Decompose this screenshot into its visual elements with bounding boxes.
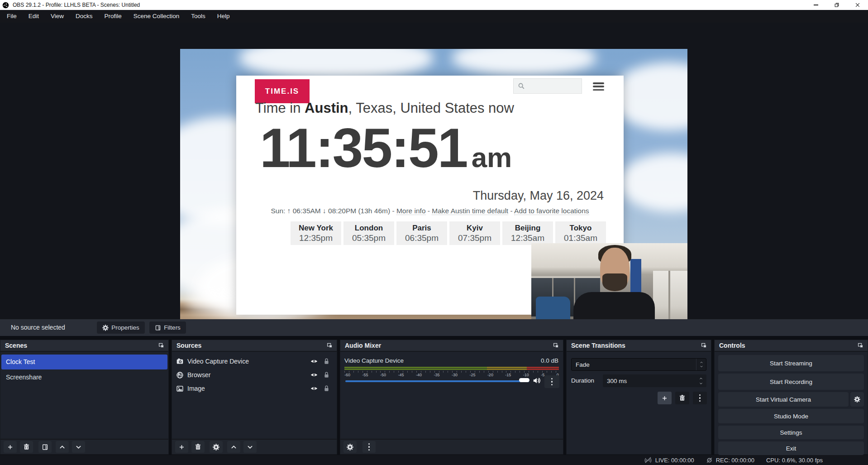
make-default-link: Make Austin time default bbox=[432, 207, 508, 215]
clock-ampm: am bbox=[472, 141, 512, 173]
remove-source-button[interactable] bbox=[191, 441, 205, 453]
audio-mixer-panel: Audio Mixer Video Capture Device 0.0 dB … bbox=[340, 340, 563, 455]
menu-edit[interactable]: Edit bbox=[23, 10, 45, 23]
sources-panel: Sources Video Capture Device Browser Ima… bbox=[172, 340, 337, 455]
start-streaming-button[interactable]: Start Streaming bbox=[718, 355, 864, 371]
globe-icon bbox=[176, 371, 184, 379]
visibility-eye-icon[interactable] bbox=[310, 385, 318, 392]
source-item-video-capture[interactable]: Video Capture Device bbox=[172, 355, 337, 368]
popout-icon[interactable] bbox=[158, 342, 165, 349]
menu-bar: File Edit View Docks Profile Scene Colle… bbox=[0, 10, 868, 23]
popout-icon[interactable] bbox=[857, 342, 864, 349]
search-icon bbox=[517, 82, 525, 90]
scene-item-clock-test[interactable]: Clock Test bbox=[1, 355, 167, 369]
duration-spinbox[interactable]: 300 ms bbox=[603, 374, 706, 387]
lock-icon[interactable] bbox=[323, 358, 330, 365]
scenes-panel-header[interactable]: Scenes bbox=[0, 340, 168, 352]
menu-docks[interactable]: Docks bbox=[70, 10, 99, 23]
add-source-button[interactable] bbox=[175, 441, 188, 453]
scene-up-button[interactable] bbox=[56, 441, 69, 453]
add-transition-button[interactable] bbox=[658, 392, 672, 404]
lock-icon[interactable] bbox=[323, 371, 330, 379]
db-tick-label: -25 bbox=[469, 373, 475, 377]
speaker-icon[interactable] bbox=[532, 376, 541, 385]
volume-meter bbox=[344, 367, 559, 370]
volume-slider[interactable] bbox=[345, 380, 529, 382]
studio-mode-button[interactable]: Studio Mode bbox=[718, 409, 864, 423]
popout-icon[interactable] bbox=[701, 342, 707, 349]
source-item-image[interactable]: Image bbox=[172, 382, 337, 395]
obs-logo-icon bbox=[2, 2, 9, 9]
menu-tools[interactable]: Tools bbox=[185, 10, 211, 23]
db-tick-label: -15 bbox=[505, 373, 511, 377]
settings-button[interactable]: Settings bbox=[718, 426, 864, 439]
world-clock-row: New York12:35pm London05:35pm Paris06:35… bbox=[291, 221, 606, 245]
menu-profile[interactable]: Profile bbox=[99, 10, 128, 23]
mixer-options-button[interactable] bbox=[544, 375, 559, 388]
volume-slider-handle[interactable] bbox=[519, 378, 529, 382]
menu-scene-collection[interactable]: Scene Collection bbox=[128, 10, 185, 23]
properties-button[interactable]: Properties bbox=[97, 321, 145, 334]
duration-label: Duration bbox=[571, 377, 594, 384]
menu-file[interactable]: File bbox=[0, 10, 23, 23]
minimize-button[interactable] bbox=[806, 0, 826, 10]
source-down-button[interactable] bbox=[243, 441, 257, 453]
scene-item-screenshare[interactable]: Screenshare bbox=[0, 370, 168, 384]
preview-canvas[interactable]: TIME.IS Time in Austin, Texas, United St… bbox=[180, 49, 687, 335]
db-tick-label: -10 bbox=[523, 373, 529, 377]
popout-icon[interactable] bbox=[553, 342, 559, 349]
transitions-header[interactable]: Scene Transitions bbox=[567, 340, 711, 352]
menu-view[interactable]: View bbox=[45, 10, 70, 23]
chevron-up-icon bbox=[699, 361, 704, 364]
audio-mixer-header[interactable]: Audio Mixer bbox=[340, 340, 563, 352]
remove-scene-button[interactable] bbox=[20, 441, 33, 453]
advanced-audio-button[interactable] bbox=[343, 441, 357, 453]
transition-select[interactable]: Fade bbox=[571, 358, 706, 371]
gear-icon bbox=[102, 325, 109, 331]
sources-panel-header[interactable]: Sources bbox=[172, 340, 337, 352]
gears-icon bbox=[347, 444, 353, 451]
transition-options-button[interactable] bbox=[693, 392, 707, 404]
image-icon bbox=[176, 385, 184, 393]
db-tick-label: -35 bbox=[434, 373, 439, 377]
menu-help[interactable]: Help bbox=[211, 10, 236, 23]
exit-button[interactable]: Exit bbox=[718, 441, 864, 455]
visibility-eye-icon[interactable] bbox=[310, 358, 318, 365]
virtual-camera-config-button[interactable] bbox=[850, 392, 864, 407]
chevron-down-icon bbox=[699, 365, 704, 368]
popout-icon[interactable] bbox=[326, 342, 333, 349]
combo-arrows bbox=[696, 359, 706, 370]
source-up-button[interactable] bbox=[227, 441, 240, 453]
visibility-eye-icon[interactable] bbox=[310, 371, 318, 379]
start-virtual-camera-button[interactable]: Start Virtual Camera bbox=[718, 392, 849, 407]
chevron-up-icon bbox=[230, 444, 237, 451]
close-button[interactable] bbox=[847, 0, 868, 10]
city-cell: Beijing12:35am bbox=[502, 221, 553, 245]
source-item-browser[interactable]: Browser bbox=[172, 368, 337, 382]
broadcast-off-icon bbox=[644, 456, 652, 464]
mixer-toolbar bbox=[340, 439, 563, 454]
sources-toolbar bbox=[172, 439, 337, 454]
restore-button[interactable] bbox=[826, 0, 847, 10]
more-info-link: More info bbox=[396, 207, 426, 215]
source-properties-button[interactable] bbox=[210, 441, 223, 453]
spin-arrows[interactable] bbox=[698, 377, 704, 385]
lock-icon[interactable] bbox=[323, 385, 330, 392]
add-scene-button[interactable] bbox=[4, 441, 17, 453]
mixer-menu-button[interactable] bbox=[362, 441, 376, 453]
city-cell: Kyiv07:35pm bbox=[449, 221, 500, 245]
db-tick-label: -40 bbox=[416, 373, 422, 377]
timeis-heading: Time in Austin, Texas, United States now bbox=[255, 100, 514, 116]
controls-panel: Controls Start Streaming Start Recording… bbox=[714, 340, 868, 455]
remove-transition-button[interactable] bbox=[675, 392, 689, 404]
scene-down-button[interactable] bbox=[72, 441, 85, 453]
favorite-link: Add to favorite locations bbox=[514, 207, 589, 215]
controls-header[interactable]: Controls bbox=[715, 340, 868, 352]
start-recording-button[interactable]: Start Recording bbox=[718, 374, 864, 390]
city-cell: Tokyo01:35am bbox=[555, 221, 606, 245]
filters-button[interactable]: Filters bbox=[149, 321, 186, 334]
camera-icon bbox=[176, 358, 184, 365]
gear-icon bbox=[213, 444, 219, 451]
scene-filters-button[interactable] bbox=[38, 441, 52, 453]
chevron-up-icon bbox=[59, 444, 66, 451]
